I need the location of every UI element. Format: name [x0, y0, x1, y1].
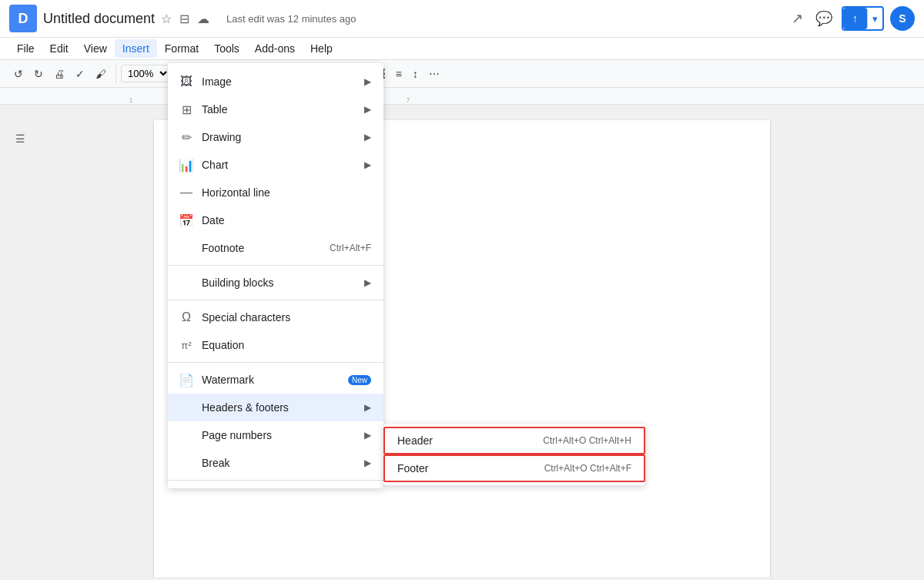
page-numbers-icon: [177, 426, 196, 444]
user-avatar[interactable]: S: [890, 6, 915, 31]
horizontal-line-icon: —: [177, 183, 196, 202]
ruler-mark-1: 1: [108, 96, 154, 104]
sidebar-toggle[interactable]: ☰: [9, 128, 31, 149]
submenu-label-footer: Footer: [397, 462, 538, 474]
menu-item-image[interactable]: 🖼 Image ▶: [168, 68, 383, 96]
more-options-btn[interactable]: ⋯: [424, 65, 444, 83]
drawing-icon: ✏: [177, 128, 196, 146]
main-area: ☰ 🖼 Image ▶ ⊞ Table ▶ ✏ Drawing ▶ 📊 Char…: [0, 105, 924, 577]
menu-label-image: Image: [202, 75, 358, 88]
footnote-shortcut: Ctrl+Alt+F: [330, 243, 371, 253]
menu-item-building-blocks[interactable]: Building blocks ▶: [168, 269, 383, 297]
menu-format[interactable]: Format: [157, 39, 206, 58]
menu-label-headers-footers: Headers & footers: [202, 401, 358, 414]
separator-3: [168, 362, 383, 363]
line-spacing-btn[interactable]: ↕: [408, 65, 423, 83]
break-arrow: ▶: [364, 458, 371, 468]
separator-2: [168, 300, 383, 300]
menu-item-watermark[interactable]: 📄 Watermark New: [168, 366, 383, 394]
menu-addons[interactable]: Add-ons: [247, 39, 303, 58]
insert-dropdown-menu: 🖼 Image ▶ ⊞ Table ▶ ✏ Drawing ▶ 📊 Chart …: [168, 63, 383, 488]
image-arrow: ▶: [364, 76, 371, 87]
table-icon: ⊞: [177, 100, 196, 119]
menu-item-footnote[interactable]: Footnote Ctrl+Alt+F: [168, 234, 383, 262]
star-icon[interactable]: ☆: [159, 10, 173, 28]
image-icon: 🖼: [177, 72, 196, 91]
submenu-item-header[interactable]: Header Ctrl+Alt+O Ctrl+Alt+H: [383, 427, 645, 454]
ruler-mark-7: 7: [385, 96, 431, 104]
menu-label-equation: Equation: [202, 339, 371, 351]
menu-item-table[interactable]: ⊞ Table ▶: [168, 96, 383, 123]
menu-item-chart[interactable]: 📊 Chart ▶: [168, 151, 383, 179]
zoom-select[interactable]: 100%: [121, 65, 170, 82]
menu-label-drawing: Drawing: [202, 131, 358, 143]
submenu-shortcut-header: Ctrl+Alt+O Ctrl+Alt+H: [543, 435, 631, 446]
break-icon: [177, 454, 196, 472]
activity-icon[interactable]: ↗: [788, 7, 806, 30]
date-icon: 📅: [177, 211, 196, 230]
menu-label-building-blocks: Building blocks: [202, 277, 358, 289]
menu-item-page-numbers[interactable]: Page numbers ▶: [168, 421, 383, 449]
watermark-new-badge: New: [348, 375, 371, 385]
equation-icon: π²: [177, 336, 196, 354]
last-edit: Last edit was 12 minutes ago: [226, 13, 356, 25]
page-numbers-arrow: ▶: [364, 430, 371, 441]
building-blocks-icon: [177, 273, 196, 292]
menu-item-drawing[interactable]: ✏ Drawing ▶: [168, 123, 383, 151]
menu-label-special-chars: Special characters: [202, 311, 371, 324]
comment-icon[interactable]: 💬: [812, 7, 835, 30]
menu-help[interactable]: Help: [303, 39, 340, 58]
submenu-shortcut-footer: Ctrl+Alt+O Ctrl+Alt+F: [544, 463, 631, 474]
headers-footers-arrow: ▶: [364, 402, 371, 413]
publish-dropdown-btn[interactable]: ▾: [868, 10, 882, 28]
headers-footers-submenu: Header Ctrl+Alt+O Ctrl+Alt+H Footer Ctrl…: [383, 424, 645, 485]
menu-item-equation[interactable]: π² Equation: [168, 331, 383, 359]
doc-title: Untitled document: [43, 11, 155, 27]
toolbar-divider-1: [116, 65, 116, 83]
redo-btn[interactable]: ↻: [29, 65, 48, 83]
menu-item-date[interactable]: 📅 Date: [168, 206, 383, 234]
app-icon: D: [9, 5, 37, 32]
submenu-item-footer[interactable]: Footer Ctrl+Alt+O Ctrl+Alt+F: [383, 454, 645, 482]
footnote-icon: [177, 239, 196, 257]
menu-item-horizontal-line[interactable]: — Horizontal line: [168, 179, 383, 206]
menu-label-break: Break: [202, 457, 358, 469]
building-blocks-arrow: ▶: [364, 277, 371, 288]
undo-btn[interactable]: ↺: [9, 65, 28, 83]
menu-label-page-numbers: Page numbers: [202, 429, 358, 441]
align-btn[interactable]: ≡: [391, 65, 407, 83]
drawing-arrow: ▶: [364, 132, 371, 142]
top-bar: D Untitled document ☆ ⊟ ☁ Last edit was …: [0, 0, 924, 38]
menu-label-horizontal-line: Horizontal line: [202, 186, 371, 199]
print-btn[interactable]: 🖨: [49, 65, 69, 83]
menu-bar: File Edit View Insert Format Tools Add-o…: [0, 38, 924, 60]
watermark-icon: 📄: [177, 370, 196, 389]
spellcheck-btn[interactable]: ✓: [71, 65, 89, 83]
submenu-label-header: Header: [397, 434, 537, 447]
separator-4: [168, 480, 383, 481]
menu-insert[interactable]: Insert: [115, 39, 157, 58]
headers-footers-icon: [177, 398, 196, 417]
menu-label-chart: Chart: [202, 159, 358, 171]
menu-label-date: Date: [202, 214, 371, 226]
menu-file[interactable]: File: [9, 39, 42, 58]
special-chars-icon: Ω: [177, 308, 196, 327]
menu-item-special-chars[interactable]: Ω Special characters: [168, 303, 383, 331]
publish-btn[interactable]: ↑: [843, 8, 868, 29]
doc-title-area: Untitled document ☆ ⊟ ☁: [43, 10, 211, 28]
menu-label-table: Table: [202, 103, 358, 116]
menu-item-break[interactable]: Break ▶: [168, 449, 383, 477]
ruler: 1 2 3 4 5 6 7: [0, 88, 924, 105]
table-arrow: ▶: [364, 104, 371, 115]
document-area: [0, 105, 924, 577]
menu-view[interactable]: View: [76, 39, 115, 58]
menu-label-watermark: Watermark: [202, 374, 342, 386]
drive-icon[interactable]: ☁: [196, 10, 211, 28]
menu-tools[interactable]: Tools: [206, 39, 247, 58]
menu-item-headers-footers[interactable]: Headers & footers ▶: [168, 394, 383, 421]
toolbar: ↺ ↻ 🖨 ✓ 🖌 100% − 12 + B I U A 🖊 🔗 🖼 ≡ ↕ …: [0, 60, 924, 88]
menu-edit[interactable]: Edit: [42, 39, 76, 58]
paint-format-btn[interactable]: 🖌: [91, 65, 111, 83]
separator-1: [168, 265, 383, 266]
cloud-save-icon[interactable]: ⊟: [178, 10, 191, 28]
